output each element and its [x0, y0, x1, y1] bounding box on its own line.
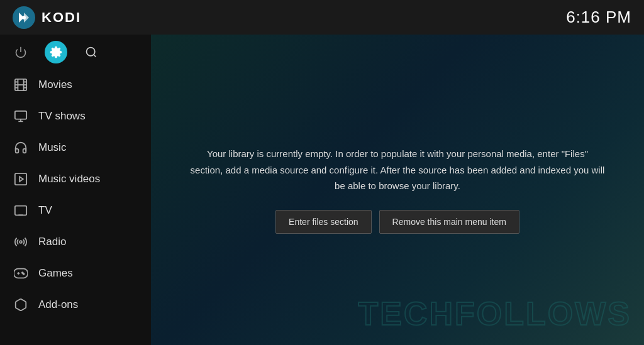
sidebar-item-label-add-ons: Add-ons — [38, 298, 78, 311]
enter-files-button[interactable]: Enter files section — [275, 210, 372, 234]
tv-shows-icon — [13, 108, 29, 124]
sidebar-item-label-radio: Radio — [38, 236, 66, 248]
svg-point-3 — [22, 16, 26, 19]
music-videos-icon — [13, 171, 29, 187]
music-icon — [13, 140, 29, 156]
kodi-logo: KODI — [13, 6, 81, 29]
top-bar: KODI 6:16 PM — [0, 0, 644, 35]
svg-rect-21 — [15, 206, 26, 216]
radio-icon — [13, 234, 29, 250]
sidebar-item-radio[interactable]: Radio — [0, 226, 151, 258]
time-display: 6:16 PM — [566, 8, 631, 27]
sidebar-item-add-ons[interactable]: Add-ons — [0, 289, 151, 320]
sidebar-item-tv[interactable]: TV — [0, 195, 151, 226]
sidebar-item-music[interactable]: Music — [0, 132, 151, 163]
svg-rect-16 — [15, 111, 26, 119]
search-button[interactable] — [80, 41, 103, 63]
settings-button[interactable] — [45, 41, 67, 63]
kodi-icon — [13, 6, 35, 29]
svg-line-7 — [94, 54, 96, 57]
svg-point-6 — [87, 47, 95, 55]
sidebar-item-movies[interactable]: Movies — [0, 69, 151, 101]
sidebar-item-label-tv: TV — [38, 204, 52, 217]
sidebar-controls — [0, 35, 151, 69]
remove-menu-item-button[interactable]: Remove this main menu item — [379, 210, 519, 234]
svg-point-27 — [23, 273, 25, 275]
sidebar-item-games[interactable]: Games — [0, 258, 151, 289]
sidebar-item-label-music-videos: Music videos — [38, 173, 100, 185]
sidebar-item-tv-shows[interactable]: TV shows — [0, 101, 151, 132]
add-ons-icon — [13, 297, 29, 313]
empty-library-message: Your library is currently empty. In orde… — [177, 146, 618, 194]
sidebar: Movies TV shows Music Music videos TV Ra… — [0, 35, 151, 345]
svg-rect-19 — [15, 173, 26, 185]
action-buttons: Enter files section Remove this main men… — [275, 210, 519, 234]
sidebar-item-music-videos[interactable]: Music videos — [0, 163, 151, 195]
main-layout: Movies TV shows Music Music videos TV Ra… — [0, 35, 644, 345]
sidebar-item-label-music: Music — [38, 141, 66, 154]
svg-marker-20 — [19, 177, 23, 181]
sidebar-item-label-movies: Movies — [38, 79, 72, 91]
sidebar-item-label-tv-shows: TV shows — [38, 110, 86, 123]
sidebar-item-label-games: Games — [38, 267, 73, 280]
app-title: KODI — [42, 9, 81, 26]
svg-point-23 — [19, 241, 22, 243]
movies-icon — [13, 77, 29, 93]
watermark-text: TECHFOLLOWS — [358, 295, 631, 332]
nav-list: Movies TV shows Music Music videos TV Ra… — [0, 69, 151, 320]
tv-icon — [13, 202, 29, 219]
power-button[interactable] — [9, 41, 32, 63]
games-icon — [13, 265, 29, 282]
content-area: Your library is currently empty. In orde… — [151, 35, 644, 345]
